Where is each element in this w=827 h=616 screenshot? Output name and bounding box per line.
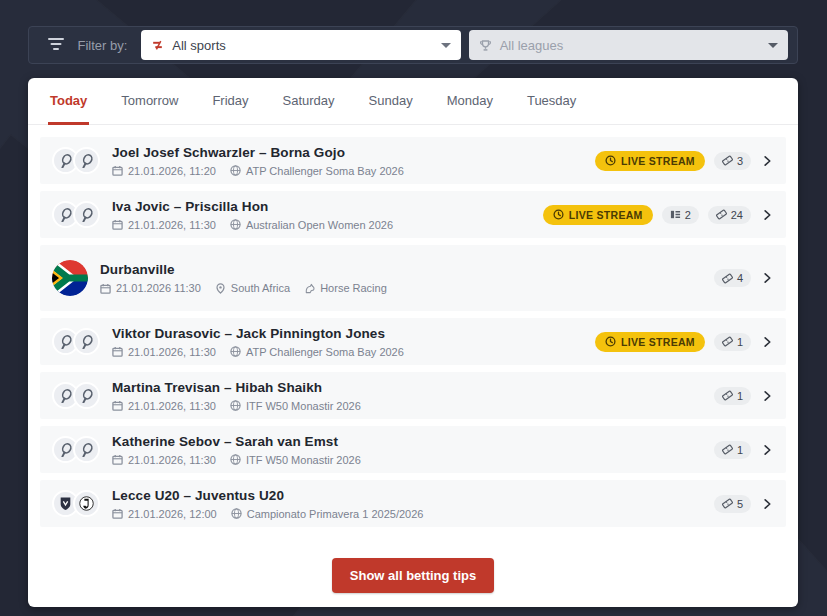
match-title: Katherine Sebov – Sarah van Emst — [112, 434, 361, 449]
match-row[interactable]: Katherine Sebov – Sarah van Emst 21.01.2… — [40, 426, 786, 473]
juventus-club-badge-icon — [73, 490, 100, 517]
tennis-racket-icon — [73, 147, 100, 174]
ticket-icon — [722, 155, 733, 166]
tennis-racket-icon — [73, 382, 100, 409]
player-avatars — [52, 382, 100, 409]
live-stream-badge: LIVE STREAM — [543, 205, 653, 225]
tips-count-pill: 1 — [714, 387, 751, 405]
match-league: ITF W50 Monastir 2026 — [230, 400, 361, 412]
ticket-icon — [722, 273, 733, 284]
match-list: Joel Josef Schwarzler – Borna Gojo 21.01… — [28, 125, 798, 552]
match-sport: Horse Racing — [304, 282, 387, 294]
tennis-racket-icon — [73, 201, 100, 228]
match-datetime: 21.01.2026, 11:30 — [112, 346, 216, 358]
betting-tips-card: Today Tomorrow Friday Saturday Sunday Mo… — [28, 78, 798, 607]
clock-icon — [605, 155, 616, 166]
chevron-right-icon[interactable] — [760, 154, 774, 168]
globe-icon — [231, 508, 242, 519]
tab-tomorrow[interactable]: Tomorrow — [119, 78, 180, 125]
tab-sunday[interactable]: Sunday — [367, 78, 415, 125]
calendar-icon — [112, 346, 123, 357]
chevron-right-icon[interactable] — [760, 271, 774, 285]
chevron-down-icon — [768, 43, 778, 48]
match-league: ATP Challenger Soma Bay 2026 — [230, 346, 404, 358]
tab-friday[interactable]: Friday — [210, 78, 250, 125]
filter-lines-icon — [46, 38, 65, 52]
tips-count-pill: 5 — [714, 495, 751, 513]
match-title: Iva Jovic – Priscilla Hon — [112, 199, 393, 214]
filter-by-label: Filter by: — [77, 38, 127, 53]
show-all-betting-tips-button[interactable]: Show all betting tips — [332, 558, 494, 593]
calendar-icon — [112, 400, 123, 411]
tips-count-pill: 1 — [714, 441, 751, 459]
match-datetime: 21.01.2026, 11:30 — [112, 454, 216, 466]
chevron-down-icon — [441, 43, 451, 48]
tab-today[interactable]: Today — [48, 78, 89, 125]
globe-icon — [230, 165, 241, 176]
ticket-icon — [722, 336, 733, 347]
filter-bar: Filter by: All sports All leagues — [28, 26, 798, 64]
tab-monday[interactable]: Monday — [445, 78, 495, 125]
chevron-right-icon[interactable] — [760, 389, 774, 403]
news-count-pill: 2 — [662, 206, 699, 224]
match-league: ATP Challenger Soma Bay 2026 — [230, 165, 404, 177]
calendar-icon — [112, 508, 123, 519]
match-row[interactable]: Durbanville 21.01.2026 11:30 South Afric… — [40, 245, 786, 311]
trophy-icon — [479, 39, 492, 52]
chevron-right-icon[interactable] — [760, 335, 774, 349]
match-row[interactable]: Lecce U20 – Juventus U20 21.01.2026, 12:… — [40, 480, 786, 527]
list-icon — [670, 209, 681, 220]
tennis-racket-icon — [73, 328, 100, 355]
player-avatars — [52, 328, 100, 355]
tips-count-pill: 24 — [708, 206, 751, 224]
tips-count-pill: 3 — [714, 152, 751, 170]
sports-dropdown[interactable]: All sports — [141, 30, 460, 60]
player-avatars — [52, 147, 100, 174]
team-badges — [52, 490, 100, 517]
player-avatars — [52, 201, 100, 228]
globe-icon — [230, 400, 241, 411]
match-datetime: 21.01.2026, 12:00 — [112, 508, 217, 520]
match-league: ITF W50 Monastir 2026 — [230, 454, 361, 466]
calendar-icon — [112, 165, 123, 176]
ticket-icon — [722, 498, 733, 509]
sports-icon — [151, 39, 164, 52]
match-row[interactable]: Joel Josef Schwarzler – Borna Gojo 21.01… — [40, 137, 786, 184]
page: Filter by: All sports All leagues Today … — [0, 0, 827, 616]
match-datetime: 21.01.2026 11:30 — [100, 282, 201, 294]
chevron-right-icon[interactable] — [760, 443, 774, 457]
match-row[interactable]: Viktor Durasovic – Jack Pinnington Jones… — [40, 318, 786, 365]
tennis-racket-icon — [73, 436, 100, 463]
globe-icon — [230, 346, 241, 357]
horse-icon — [304, 283, 315, 294]
day-tabs: Today Tomorrow Friday Saturday Sunday Mo… — [28, 78, 798, 125]
location-pin-icon — [215, 283, 226, 294]
calendar-icon — [112, 454, 123, 465]
player-avatars — [52, 436, 100, 463]
leagues-dropdown-value: All leagues — [500, 38, 564, 53]
tips-count-pill: 1 — [714, 333, 751, 351]
sports-dropdown-value: All sports — [172, 38, 225, 53]
ticket-icon — [716, 209, 727, 220]
match-row[interactable]: Iva Jovic – Priscilla Hon 21.01.2026, 11… — [40, 191, 786, 238]
match-title: Viktor Durasovic – Jack Pinnington Jones — [112, 326, 404, 341]
tab-saturday[interactable]: Saturday — [281, 78, 337, 125]
match-league: Campionato Primavera 1 2025/2026 — [231, 508, 424, 520]
globe-icon — [230, 454, 241, 465]
tab-tuesday[interactable]: Tuesday — [525, 78, 578, 125]
calendar-icon — [100, 283, 111, 294]
ticket-icon — [722, 444, 733, 455]
tips-count-pill: 4 — [714, 269, 751, 287]
ticket-icon — [722, 390, 733, 401]
clock-icon — [553, 209, 564, 220]
clock-icon — [605, 336, 616, 347]
match-title: Durbanville — [100, 262, 387, 277]
match-row[interactable]: Martina Trevisan – Hibah Shaikh 21.01.20… — [40, 372, 786, 419]
live-stream-badge: LIVE STREAM — [595, 151, 705, 171]
match-country: South Africa — [215, 282, 290, 294]
chevron-right-icon[interactable] — [760, 497, 774, 511]
leagues-dropdown[interactable]: All leagues — [469, 30, 788, 60]
event-flag — [52, 260, 88, 296]
chevron-right-icon[interactable] — [760, 208, 774, 222]
calendar-icon — [112, 219, 123, 230]
